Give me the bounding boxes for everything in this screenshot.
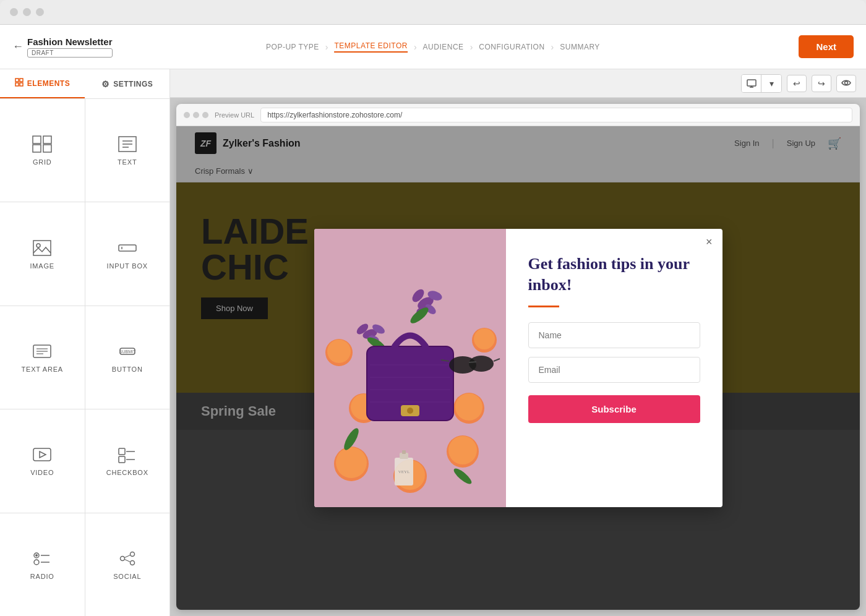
tab-elements-label: ELEMENTS [27, 79, 70, 88]
popup-overlay: VEYL × Get fashion tips in your inbox! [176, 126, 860, 610]
mac-dot-green [36, 8, 44, 16]
app-title-area: Fashion Newsletter DRAFT [27, 36, 113, 58]
popup-modal: VEYL × Get fashion tips in your inbox! [314, 229, 722, 507]
next-button[interactable]: Next [799, 35, 854, 58]
breadcrumb-audience[interactable]: AUDIENCE [423, 43, 464, 51]
svg-rect-85 [402, 450, 406, 454]
browser-dot-1 [184, 112, 190, 118]
popup-subscribe-button[interactable]: Subscribe [528, 395, 700, 423]
top-bar: ← Fashion Newsletter DRAFT POP-UP TYPE ›… [0, 25, 866, 69]
grid-icon [31, 135, 53, 153]
undo-btn[interactable]: ↩ [787, 75, 807, 92]
svg-rect-22 [33, 448, 51, 461]
element-image[interactable]: IMAGE [0, 202, 85, 305]
svg-point-46 [448, 436, 477, 464]
svg-rect-6 [33, 145, 41, 152]
element-checkbox-label: CHECKBOX [106, 469, 148, 476]
breadcrumb-configuration[interactable]: CONFIGURATION [479, 43, 544, 51]
svg-rect-38 [747, 80, 756, 86]
popup-fashion-image: VEYL [314, 229, 506, 507]
popup-content: × Get fashion tips in your inbox! Subscr… [506, 229, 722, 507]
popup-close-button[interactable]: × [706, 236, 713, 247]
svg-line-80 [469, 362, 476, 362]
breadcrumb-popup-type[interactable]: POP-UP TYPE [266, 43, 319, 51]
element-image-label: IMAGE [30, 262, 54, 270]
video-icon [31, 445, 53, 464]
left-sidebar: ELEMENTS ⚙ SETTINGS GRID [0, 69, 170, 616]
element-checkbox[interactable]: CHECKBOX [85, 409, 170, 512]
svg-rect-24 [119, 448, 125, 455]
svg-rect-26 [119, 456, 125, 463]
breadcrumb-template-editor[interactable]: TEMPLATE EDITOR [335, 41, 408, 53]
svg-line-37 [124, 559, 130, 562]
back-button[interactable]: ← Fashion Newsletter DRAFT [12, 36, 113, 58]
redo-icon: ↪ [818, 79, 825, 88]
svg-point-77 [407, 408, 413, 414]
svg-text:VEYL: VEYL [398, 469, 409, 474]
tab-elements[interactable]: ELEMENTS [0, 69, 85, 98]
svg-point-33 [130, 552, 134, 556]
sub-toolbar: ▾ ↩ ↪ [170, 69, 866, 98]
element-text[interactable]: TEXT [85, 99, 170, 202]
element-grid[interactable]: GRID [0, 99, 85, 202]
device-selector[interactable]: ▾ [741, 74, 782, 93]
tab-settings[interactable]: ⚙ SETTINGS [85, 69, 169, 98]
browser-dots [184, 112, 208, 118]
draft-badge: DRAFT [27, 48, 113, 58]
website-preview: ZF Zylker's Fashion Sign In | Sign Up 🛒 … [176, 126, 860, 610]
svg-line-36 [124, 555, 130, 557]
preview-url-label: Preview URL [215, 111, 254, 119]
svg-point-52 [455, 393, 482, 421]
element-button-label: BUTTON [112, 366, 143, 373]
element-text-area-label: TEXT AREA [21, 366, 63, 373]
popup-divider [528, 306, 559, 307]
svg-rect-1 [20, 79, 23, 82]
back-arrow-icon: ← [12, 40, 24, 53]
main-layout: ELEMENTS ⚙ SETTINGS GRID [0, 69, 866, 616]
svg-text:SUBMIT: SUBMIT [119, 349, 136, 354]
element-input-box[interactable]: INPUT BOX [85, 202, 170, 305]
svg-point-41 [845, 81, 848, 84]
dropdown-arrow-btn[interactable]: ▾ [761, 75, 781, 92]
breadcrumb-summary[interactable]: SUMMARY [560, 43, 600, 51]
popup-image: VEYL [314, 229, 506, 507]
input-box-icon [116, 239, 139, 257]
desktop-view-btn[interactable] [742, 75, 761, 92]
svg-rect-0 [15, 79, 19, 82]
breadcrumb-sep-2: › [414, 42, 417, 52]
svg-rect-12 [33, 241, 51, 255]
popup-email-input[interactable] [528, 357, 700, 383]
browser-url-bar: https://zylkerfashionstore.zohostore.com… [260, 108, 852, 122]
svg-rect-2 [15, 83, 19, 86]
element-radio[interactable]: RADIO [0, 513, 85, 616]
tab-settings-label: SETTINGS [113, 80, 153, 88]
breadcrumb-nav: POP-UP TYPE › TEMPLATE EDITOR › AUDIENCE… [266, 41, 600, 53]
preview-btn[interactable] [836, 75, 856, 92]
element-text-label: TEXT [118, 158, 137, 166]
button-icon: SUBMIT [116, 342, 139, 361]
element-text-area[interactable]: TEXT AREA [0, 306, 85, 409]
text-icon [116, 135, 139, 153]
mac-dot-red [10, 8, 18, 16]
svg-marker-23 [40, 451, 46, 458]
svg-point-54 [327, 340, 351, 363]
browser-dot-3 [202, 112, 208, 118]
element-social[interactable]: SOCIAL [85, 513, 170, 616]
element-button[interactable]: SUBMIT BUTTON [85, 306, 170, 409]
redo-btn[interactable]: ↪ [812, 75, 831, 92]
element-radio-label: RADIO [30, 573, 54, 580]
breadcrumb-sep-4: › [551, 42, 554, 52]
breadcrumb-sep-3: › [470, 42, 473, 52]
element-video[interactable]: VIDEO [0, 409, 85, 512]
element-grid-label: GRID [33, 158, 52, 166]
element-social-label: SOCIAL [113, 573, 141, 580]
svg-rect-4 [33, 136, 41, 143]
preview-browser: Preview URL https://zylkerfashionstore.z… [176, 104, 860, 610]
elements-icon [15, 78, 24, 88]
svg-point-29 [35, 554, 38, 557]
checkbox-icon [116, 445, 139, 464]
svg-point-56 [474, 328, 495, 349]
settings-icon: ⚙ [101, 79, 110, 89]
popup-name-input[interactable] [528, 322, 700, 348]
text-area-icon [31, 342, 53, 361]
